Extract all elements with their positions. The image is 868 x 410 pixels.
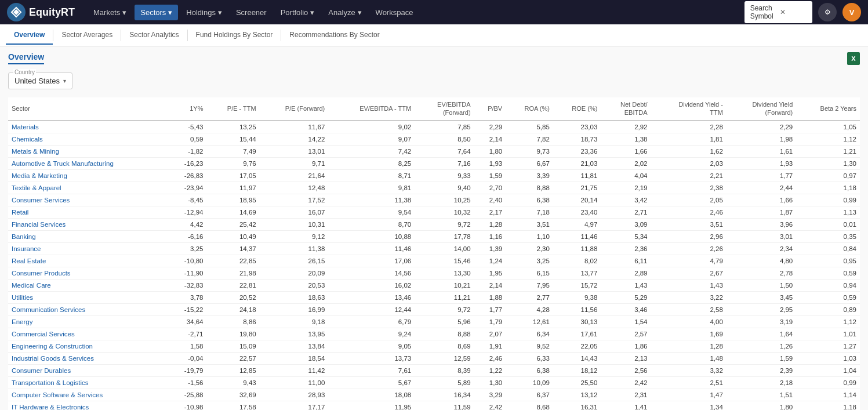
sector-link[interactable]: Automotive & Truck Manufacturing [12,160,114,167]
cell-nd-ebitda: 2,89 [601,267,651,279]
table-row: Metals & Mining-1,827,4913,017,427,641,8… [8,145,860,157]
tab-recommendations[interactable]: Recommendations By Sector [281,26,387,45]
cell-nd-ebitda: 1,43 [601,279,651,291]
sector-link[interactable]: Consumer Products [12,270,71,277]
excel-export-button[interactable]: X [847,52,860,65]
sector-link[interactable]: Medical Care [12,282,51,289]
cell-1y: 0,59 [169,133,207,145]
cell-div-fwd: 1,51 [727,389,796,401]
cell-ev-ttm: 18,08 [328,389,415,401]
cell-ev-fwd: 8,50 [415,133,474,145]
settings-button[interactable]: ⚙ [818,3,837,21]
sector-link[interactable]: Textile & Apparel [12,184,61,191]
cell-beta: 1,05 [796,121,860,133]
col-ev-fwd: EV/EBITDA(Forward) [415,97,474,121]
cell-div-fwd: 1,61 [727,145,796,157]
cell-pbv: 2,40 [474,194,506,206]
cell-ev-ttm: 11,46 [328,242,415,255]
cell-pbv: 2,42 [474,401,506,410]
table-row: Real Estate-10,8022,8526,1517,0615,461,2… [8,255,860,267]
sector-link[interactable]: Commercial Services [12,331,75,338]
cell-pbv: 1,59 [474,169,506,182]
sector-link[interactable]: Consumer Durables [12,367,71,374]
cell-sector: Insurance [8,242,169,255]
sector-link[interactable]: Transportation & Logistics [12,379,89,386]
nav-holdings[interactable]: Holdings ▾ [180,5,228,20]
cell-ev-ttm: 16,02 [328,279,415,291]
cell-div-ttm: 2,46 [651,206,727,218]
col-pe-fwd: P/E (Forward) [260,97,329,121]
sector-link[interactable]: Insurance [12,245,41,252]
table-row: Media & Marketing-26,8317,0521,648,719,3… [8,169,860,182]
cell-beta: 1,18 [796,182,860,194]
sector-link[interactable]: Banking [12,233,36,240]
cell-sector: Financial Services [8,218,169,230]
table-row: Utilities3,7820,5218,6313,4611,211,882,7… [8,291,860,303]
cell-div-ttm: 2,28 [651,121,727,133]
country-selector[interactable]: Country United States ▾ [8,72,72,89]
cell-pe-ttm: 22,57 [206,352,259,364]
cell-1y: 34,64 [169,315,207,328]
tab-overview[interactable]: Overview [6,26,53,45]
nav-screener[interactable]: Screener [230,5,273,20]
sector-link[interactable]: Materials [12,124,39,130]
cell-sector: Engineering & Construction [8,340,169,352]
sector-link[interactable]: Communication Services [12,306,85,313]
tab-sector-averages[interactable]: Sector Averages [53,26,121,45]
sector-link[interactable]: Financial Services [12,221,66,228]
cell-ev-ttm: 10,88 [328,230,415,242]
search-box[interactable]: Search Symbol ✕ [744,1,812,23]
cell-div-fwd: 3,96 [727,218,796,230]
cell-pe-ttm: 14,69 [206,206,259,218]
cell-beta: 0,99 [796,194,860,206]
sector-link[interactable]: Real Estate [12,257,46,264]
cell-ev-ttm: 9,02 [328,121,415,133]
cell-1y: -2,71 [169,328,207,340]
sector-link[interactable]: Engineering & Construction [12,343,93,350]
user-avatar[interactable]: V [842,3,861,21]
cell-pbv: 1,91 [474,340,506,352]
search-close-icon[interactable]: ✕ [780,8,807,16]
cell-pe-fwd: 28,93 [260,389,329,401]
nav-markets[interactable]: Markets ▾ [88,5,132,20]
tab-fund-holdings[interactable]: Fund Holdings By Sector [188,26,281,45]
sector-link[interactable]: Metals & Mining [12,148,59,155]
cell-pe-fwd: 11,38 [260,242,329,255]
cell-beta: 0,01 [796,218,860,230]
sector-link[interactable]: Retail [12,209,28,216]
sector-link[interactable]: Utilities [12,294,33,301]
cell-div-fwd: 4,80 [727,255,796,267]
country-select-control[interactable]: United States ▾ [14,77,66,85]
cell-1y: -10,98 [169,401,207,410]
sector-link[interactable]: IT Hardware & Electronics [12,404,89,410]
cell-1y: -8,45 [169,194,207,206]
cell-beta: 0,94 [796,279,860,291]
cell-beta: 1,30 [796,157,860,169]
sector-link[interactable]: Media & Marketing [12,172,67,179]
cell-1y: -25,88 [169,389,207,401]
cell-nd-ebitda: 1,54 [601,315,651,328]
cell-roe: 23,36 [553,145,601,157]
cell-sector: Textile & Apparel [8,182,169,194]
col-1y: 1Y% [169,97,207,121]
cell-pe-ttm: 9,76 [206,157,259,169]
logo[interactable]: EquityRT [7,3,75,21]
sector-link[interactable]: Consumer Services [12,197,70,204]
sector-link[interactable]: Computer Software & Services [12,391,103,398]
cell-beta: 0,89 [796,303,860,315]
nav-analyze[interactable]: Analyze ▾ [322,5,367,20]
sector-link[interactable]: Industrial Goods & Services [12,355,94,362]
page-content: Overview X Country United States ▾ Secto… [0,46,868,410]
nav-workspace[interactable]: Workspace [370,5,419,20]
nav-sectors[interactable]: Sectors ▾ [135,5,178,20]
sector-link[interactable]: Energy [12,318,32,325]
country-value: United States [14,77,60,85]
sector-link[interactable]: Chemicals [12,136,43,143]
cell-ev-ttm: 8,25 [328,157,415,169]
cell-ev-ttm: 9,07 [328,133,415,145]
tabs-bar: Overview Sector Averages Sector Analytic… [0,24,868,46]
cell-roa: 6,37 [506,389,553,401]
nav-portfolio[interactable]: Portfolio ▾ [275,5,321,20]
cell-pe-ttm: 24,18 [206,303,259,315]
tab-sector-analytics[interactable]: Sector Analytics [121,26,187,45]
